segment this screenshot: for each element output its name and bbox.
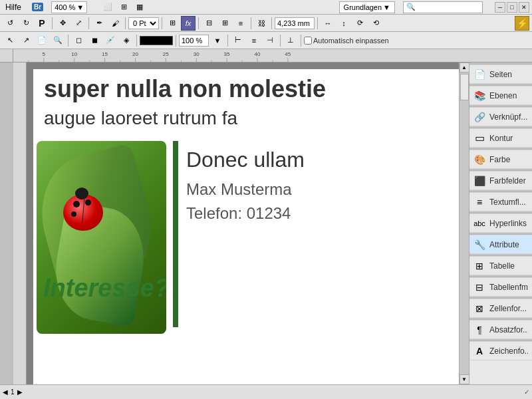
svg-text:40: 40	[254, 52, 260, 57]
close-btn[interactable]: ✕	[519, 2, 529, 13]
contact-name: Donec ullam	[186, 148, 305, 172]
align-btn[interactable]: ⊞	[165, 16, 180, 31]
panel-item-farbe[interactable]: 🎨 Farbe	[469, 150, 532, 169]
svg-text:20: 20	[132, 52, 138, 57]
move-tool-btn[interactable]: ✥	[55, 16, 70, 31]
redo-btn[interactable]: ↻	[19, 16, 33, 31]
rotate2-btn[interactable]: ⟲	[368, 16, 383, 31]
absatzfor-icon: ¶	[473, 324, 485, 336]
menu-bar: Hilfe Br 400 % ▼ ⬜ ⊞ ▦ Grundlagen ▼ 🔍 ─ …	[0, 0, 532, 15]
ladybug-head	[75, 188, 88, 200]
panel-item-attribute[interactable]: 🔧 Attribute	[469, 235, 532, 254]
panel-item-ebenen[interactable]: 📚 Ebenen	[469, 86, 532, 105]
contact-person: Max Musterma	[186, 180, 305, 199]
scroll-thumb[interactable]	[460, 74, 469, 100]
auto-fit-label: Automatisch einpassen	[313, 37, 389, 45]
workspace-selector[interactable]: Grundlagen ▼	[339, 1, 395, 13]
zoom-control[interactable]: 400 % ▼	[51, 1, 87, 13]
separator8	[317, 17, 318, 29]
panel-item-zeichenfor[interactable]: A Zeichenfo...	[469, 342, 532, 360]
seiten-icon: 📄	[473, 68, 485, 80]
toolbar-row2: ↖ ↗ 📄 🔍 ◻ ◼ 💉 ◈ ▼ ⊢ ≡ ⊣ ⊥ Automatisch ei…	[0, 32, 532, 49]
sep2-1	[68, 35, 68, 47]
zeichenfor-icon: A	[473, 345, 485, 357]
tabelle-icon: ⊞	[473, 260, 485, 272]
opacity-arrow[interactable]: ▼	[210, 33, 225, 48]
distribute-btn[interactable]: ⊥	[283, 33, 298, 48]
flip-h-btn[interactable]: ↔	[321, 16, 335, 31]
lightning-btn[interactable]: ⚡	[515, 16, 529, 31]
panel-item-seiten[interactable]: 📄 Seiten	[469, 65, 532, 84]
view-mode-btn1[interactable]: ⬜	[100, 0, 115, 15]
col-btn[interactable]: ⊞	[217, 16, 232, 31]
pt-select[interactable]: 0 Pt	[128, 17, 159, 29]
flip-v-btn[interactable]: ↕	[336, 16, 351, 31]
document-page: super nulla non molestie augue laoreet r…	[33, 69, 459, 384]
scroll-track[interactable]	[460, 72, 469, 374]
panel-item-absatzfor[interactable]: ¶ Absatzfor...	[469, 321, 532, 339]
svg-text:15: 15	[102, 52, 108, 57]
fx-btn[interactable]: fx	[181, 16, 196, 31]
scale-tool-btn[interactable]: ⤢	[71, 16, 86, 31]
brush-tool-btn[interactable]: 🖌	[108, 16, 122, 31]
separator4	[162, 17, 162, 29]
width-input[interactable]	[275, 17, 315, 29]
panel-item-tabellenfm[interactable]: ⊟ Tabellenfm...	[469, 278, 532, 297]
zoom-arrow[interactable]: ▼	[76, 3, 84, 11]
maximize-btn[interactable]: □	[507, 2, 517, 13]
select-btn[interactable]: ↖	[3, 33, 17, 48]
sep2-2	[136, 35, 137, 47]
search-box[interactable]: 🔍	[403, 1, 483, 13]
status-text: ✓	[524, 388, 529, 396]
panel-item-textumfl[interactable]: ≡ Textumfl...	[469, 193, 532, 211]
scroll-down-btn[interactable]: ▼	[460, 374, 469, 384]
view-mode-btn3[interactable]: ▦	[132, 0, 147, 15]
minimize-btn[interactable]: ─	[495, 2, 505, 13]
eyedropper-btn[interactable]: 💉	[103, 33, 118, 48]
svg-text:10: 10	[71, 52, 77, 57]
panel-item-hyperlinks[interactable]: abc Hyperlinks	[469, 214, 532, 233]
svg-text:35: 35	[224, 52, 230, 57]
panel-item-zellenfor[interactable]: ⊠ Zellenfor...	[469, 299, 532, 318]
scroll-up-btn[interactable]: ▲	[460, 63, 469, 72]
fill-btn[interactable]: ◻	[71, 33, 86, 48]
row-btn[interactable]: ≡	[233, 16, 248, 31]
rotate-btn[interactable]: ⟳	[352, 16, 367, 31]
gradient-btn[interactable]: ◈	[119, 33, 134, 48]
table-btn[interactable]: ⊟	[201, 16, 216, 31]
bottom-bar: ◀ 1 ▶ ✓	[0, 384, 532, 399]
farbfelder-label: Farbfelder	[489, 176, 528, 186]
stroke-btn[interactable]: ◼	[87, 33, 102, 48]
zoom-btn[interactable]: 🔍	[51, 33, 65, 48]
zoom-value: 400 %	[55, 3, 75, 11]
panel-item-tabelle[interactable]: ⊞ Tabelle	[469, 257, 532, 275]
seiten-label: Seiten	[489, 70, 528, 79]
undo-btn[interactable]: ↺	[3, 16, 17, 31]
panel-item-verknuepf[interactable]: 🔗 Verknüpf...	[469, 108, 532, 126]
canvas-area[interactable]: super nulla non molestie augue laoreet r…	[27, 63, 459, 384]
menu-hilfe[interactable]: Hilfe	[3, 1, 24, 13]
link-btn[interactable]: ⛓	[254, 16, 269, 31]
farbe-icon: 🎨	[473, 154, 485, 166]
opacity-input[interactable]	[179, 35, 209, 47]
color-swatch[interactable]	[140, 36, 173, 45]
panel-item-kontur[interactable]: ▭ Kontur	[469, 129, 532, 148]
align-right-btn[interactable]: ⊣	[263, 33, 277, 48]
direct-select-btn[interactable]: ↗	[19, 33, 33, 48]
hyperlinks-icon: abc	[473, 217, 485, 229]
ladybug-spot1	[73, 201, 80, 207]
align-left-btn[interactable]: ⊢	[231, 33, 245, 48]
tabellenfm-label: Tabellenfm...	[489, 283, 528, 292]
panel-item-farbfelder[interactable]: ⬛ Farbfelder	[469, 172, 532, 190]
page-btn[interactable]: 📄	[35, 33, 49, 48]
pen-tool-btn[interactable]: ✒	[92, 16, 106, 31]
text-tool-btn[interactable]: P	[35, 16, 49, 31]
view-mode-btn2[interactable]: ⊞	[116, 0, 131, 15]
farbe-label: Farbe	[489, 155, 528, 164]
contact-phone: Telefon: 01234	[186, 204, 305, 223]
auto-fit-checkbox[interactable]	[304, 37, 312, 45]
right-scrollbar[interactable]: ▲ ▼	[459, 63, 469, 384]
ladybug-image: Interesse?!	[37, 141, 166, 334]
separator2	[88, 17, 89, 29]
align-center-btn[interactable]: ≡	[247, 33, 261, 48]
